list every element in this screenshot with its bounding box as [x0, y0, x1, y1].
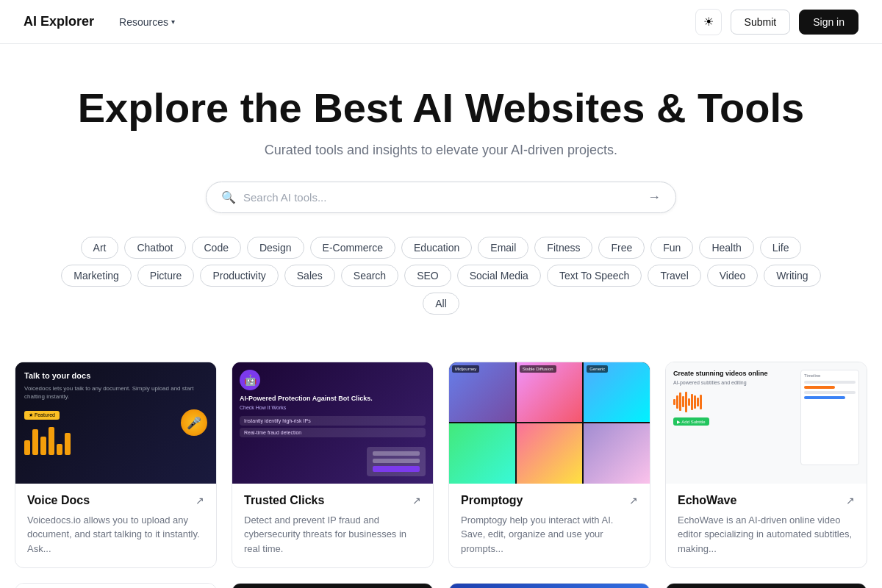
promptogy-cell-3: Generic: [584, 362, 650, 423]
tag-video[interactable]: Video: [707, 265, 759, 287]
hero-subtitle: Curated tools and insights to elevate yo…: [24, 143, 858, 158]
card-body-trusted-clicks: Trusted Clicks ↗ Detect and prevent IP f…: [232, 484, 433, 568]
card-image-snyk: Snyk powered by DeepCode AI ✓ Verified: [666, 584, 867, 588]
submit-button[interactable]: Submit: [731, 10, 791, 35]
external-link-icon-3[interactable]: ↗: [629, 495, 638, 506]
header-left: AI Explorer Resources ▾: [24, 12, 182, 32]
tag-code[interactable]: Code: [192, 237, 241, 259]
card-desc-promptogy: Promptogy help you interact with AI. Sav…: [461, 513, 638, 556]
tag-chatbot[interactable]: Chatbot: [124, 237, 185, 259]
card-desc-echowave: EchoWave is an AI-driven online video ed…: [678, 513, 855, 556]
card-body-voice-docs: Voice Docs ↗ Voicedocs.io allows you to …: [15, 484, 216, 568]
tag-marketing[interactable]: Marketing: [61, 265, 131, 287]
resources-button[interactable]: Resources ▾: [112, 12, 182, 32]
sun-icon: ☀: [703, 15, 714, 29]
tag-fun[interactable]: Fun: [650, 237, 693, 259]
tag-fitness[interactable]: Fitness: [534, 237, 592, 259]
tag-sales[interactable]: Sales: [284, 265, 335, 287]
tag-design[interactable]: Design: [247, 237, 304, 259]
card-image-promptogy: Midjourney Stable Diffusion Generic: [449, 362, 650, 484]
card-voice-docs[interactable]: Talk to your docs Voicedocs lets you tal…: [15, 362, 217, 569]
promptogy-cell-2: Stable Diffusion: [517, 362, 583, 423]
card-title-trusted-clicks: Trusted Clicks: [244, 494, 324, 507]
tag-writing[interactable]: Writing: [764, 265, 820, 287]
card-title-row-echowave: EchoWave ↗: [678, 494, 855, 507]
card-image-accelerate: Accelerate developmentwith AI Build fast…: [449, 584, 650, 588]
card-echowave[interactable]: Create stunning videos online AI-powered…: [665, 362, 867, 569]
card-body-promptogy: Promptogy ↗ Promptogy help you interact …: [449, 484, 650, 568]
card-desc-voice-docs: Voicedocs.io allows you to upload any do…: [27, 513, 204, 556]
tag-ecommerce[interactable]: E-Commerce: [310, 237, 395, 259]
tag-health[interactable]: Health: [699, 237, 753, 259]
cards-grid-row1: Talk to your docs Voicedocs lets you tal…: [15, 362, 867, 569]
signin-button[interactable]: Sign in: [799, 10, 858, 35]
logo: AI Explorer: [24, 14, 94, 29]
tag-picture[interactable]: Picture: [137, 265, 195, 287]
tag-travel[interactable]: Travel: [648, 265, 700, 287]
tag-life[interactable]: Life: [760, 237, 802, 259]
header: AI Explorer Resources ▾ ☀ Submit Sign in: [0, 0, 882, 44]
hero-section: Explore the Best AI Websites & Tools Cur…: [0, 44, 882, 362]
external-link-icon-4[interactable]: ↗: [846, 495, 855, 506]
promptogy-cell-6: [584, 423, 650, 484]
promptogy-cell-4: [449, 423, 515, 484]
tag-education[interactable]: Education: [401, 237, 472, 259]
search-submit-icon[interactable]: →: [648, 190, 661, 205]
theme-toggle-button[interactable]: ☀: [695, 9, 722, 35]
card-accelerate[interactable]: Accelerate developmentwith AI Build fast…: [448, 583, 650, 588]
resources-label: Resources: [119, 16, 168, 28]
card-title-voice-docs: Voice Docs: [27, 494, 90, 507]
card-body-echowave: EchoWave ↗ EchoWave is an AI-driven onli…: [666, 484, 867, 568]
cards-grid-row2: 📍 Get local leads with the power of AI A…: [15, 583, 867, 588]
promptogy-cell-1: Midjourney: [449, 362, 515, 423]
chevron-down-icon: ▾: [171, 18, 175, 26]
tag-free[interactable]: Free: [598, 237, 645, 259]
hero-title: Explore the Best AI Websites & Tools: [24, 85, 858, 131]
card-image-trusted-clicks: 🤖 AI-Powered Protection Against Bot Clic…: [232, 362, 433, 484]
tag-seo[interactable]: SEO: [404, 265, 451, 287]
external-link-icon[interactable]: ↗: [196, 495, 204, 506]
tag-productivity[interactable]: Productivity: [200, 265, 278, 287]
search-input[interactable]: [243, 191, 648, 204]
header-right: ☀ Submit Sign in: [695, 9, 858, 35]
tags-row: Art Chatbot Code Design E-Commerce Educa…: [37, 237, 845, 315]
card-image-echowave: Create stunning videos online AI-powered…: [666, 362, 867, 484]
tag-email[interactable]: Email: [478, 237, 528, 259]
card-snyk[interactable]: Snyk powered by DeepCode AI ✓ Verified: [665, 583, 867, 588]
card-image-local-leads: 📍 Get local leads with the power of AI A…: [15, 584, 216, 588]
card-image-craft-video: FINAL VIDEO ▶: [232, 584, 433, 588]
card-trusted-clicks[interactable]: 🤖 AI-Powered Protection Against Bot Clic…: [232, 362, 434, 569]
card-title-row-trusted-clicks: Trusted Clicks ↗: [244, 494, 421, 507]
tag-search[interactable]: Search: [341, 265, 398, 287]
card-image-voice-docs: Talk to your docs Voicedocs lets you tal…: [15, 362, 216, 484]
tag-text-to-speech[interactable]: Text To Speech: [547, 265, 642, 287]
cards-section: Talk to your docs Voicedocs lets you tal…: [0, 362, 882, 588]
card-promptogy[interactable]: Midjourney Stable Diffusion Generic Prom…: [448, 362, 650, 569]
search-bar: 🔍 →: [206, 182, 676, 213]
card-desc-trusted-clicks: Detect and prevent IP fraud and cybersec…: [244, 513, 421, 556]
tag-all[interactable]: All: [423, 293, 459, 315]
tag-social-media[interactable]: Social Media: [457, 265, 541, 287]
card-title-row-promptogy: Promptogy ↗: [461, 494, 638, 507]
promptogy-cell-5: [517, 423, 583, 484]
card-title-promptogy: Promptogy: [461, 494, 523, 507]
tag-art[interactable]: Art: [81, 237, 119, 259]
search-icon: 🔍: [221, 190, 236, 204]
card-title-row-voice-docs: Voice Docs ↗: [27, 494, 204, 507]
card-title-echowave: EchoWave: [678, 494, 736, 507]
card-local-leads[interactable]: 📍 Get local leads with the power of AI A…: [15, 583, 217, 588]
card-craft-video[interactable]: FINAL VIDEO ▶: [232, 583, 434, 588]
external-link-icon-2[interactable]: ↗: [412, 495, 421, 506]
